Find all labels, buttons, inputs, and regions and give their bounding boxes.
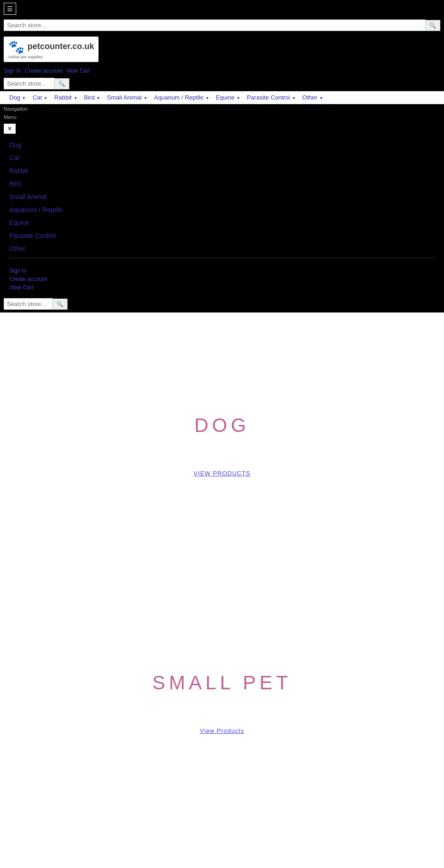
bottom-search-bar: 🔍 [0,295,444,312]
search-input-bottom[interactable] [4,298,53,310]
nav-arrow-other: ▾ [320,95,322,100]
nav-label-parasite: Parasite Control [247,94,290,101]
nav-item-aquarium[interactable]: Aquarium / Reptile ▾ [154,94,209,101]
nav-arrow-small-animal: ▾ [144,95,147,100]
overlay-item-other[interactable]: Other [9,242,435,255]
search-button-desktop[interactable]: 🔍 [55,78,69,89]
logo-icon: 🐾 [8,39,25,55]
overlay-sign-in-link[interactable]: Sign In [9,267,435,275]
spacer-5 [0,827,444,868]
overlay-close-button[interactable]: ✕ [4,124,16,134]
hamburger-button[interactable]: ☰ [4,3,16,15]
nav-item-parasite[interactable]: Parasite Control ▾ [247,94,295,101]
spacer-1 [0,312,444,387]
overlay-view-cart-link[interactable]: View Cart [9,283,435,292]
overlay-item-cat[interactable]: Cat [9,151,435,164]
overlay-create-account-link[interactable]: Create account [9,275,435,283]
overlay-item-dog[interactable]: Dog [9,138,435,151]
nav-label-small-animal: Small Animal [107,94,142,101]
spacer-dog [9,450,435,469]
nav-item-dog[interactable]: Dog ▾ [9,94,25,101]
nav-item-other[interactable]: Other ▾ [302,94,322,101]
overlay-menu-items: Dog Cat Rabbit Bird Small Animal Aquariu… [0,137,444,265]
overlay-item-equine[interactable]: Equine [9,216,435,229]
overlay-item-parasite[interactable]: Parasite Control [9,229,435,242]
overlay-divider [9,258,435,258]
dog-category-title: DOG [9,414,435,437]
nav-arrow-bird: ▾ [97,95,99,100]
nav-bar: Dog ▾ Cat ▾ Rabbit ▾ Bird ▾ Small Animal… [0,91,444,104]
small-pet-category-title: SMALL PET [9,672,435,694]
small-pet-category-section: SMALL PET View Products [0,644,444,753]
logo-box[interactable]: 🐾 petcounter.co.uk online pet supplies [4,37,99,62]
mobile-header: ☰ [0,0,444,18]
overlay-item-rabbit[interactable]: Rabbit [9,164,435,177]
nav-label-bird: Bird [84,94,95,101]
nav-label-equine: Equine [216,94,234,101]
dog-category-section: DOG VIEW PRODUCTS [0,387,444,496]
search-button-bottom[interactable]: 🔍 [53,299,68,310]
small-pet-view-products-link[interactable]: View Products [200,727,244,734]
create-account-link[interactable]: Create account [25,68,62,74]
nav-item-cat[interactable]: Cat ▾ [32,94,47,101]
nav-item-bird[interactable]: Bird ▾ [84,94,100,101]
spacer-4 [0,753,444,827]
header-links: Sign In Create account View Cart [0,66,444,76]
nav-arrow-equine: ▾ [237,95,240,100]
overlay-item-aquarium[interactable]: Aquarium / Reptile [9,203,435,216]
sign-in-link[interactable]: Sign In [4,68,21,74]
search-input-desktop[interactable] [4,78,55,89]
overlay-footer-links: Sign In Create account View Cart [0,265,444,295]
spacer-small-pet [9,708,435,726]
logo-tagline: online pet supplies [8,55,94,59]
search-icon-bottom: 🔍 [56,301,63,307]
search-icon-top: 🔍 [429,22,436,29]
nav-arrow-rabbit: ▾ [74,95,77,100]
nav-item-rabbit[interactable]: Rabbit ▾ [54,94,76,101]
nav-label-aquarium: Aquarium / Reptile [154,94,204,101]
spacer-2 [0,496,444,570]
spacer-3 [0,570,444,644]
nav-item-small-animal[interactable]: Small Animal ▾ [107,94,147,101]
nav-text: Navigation [0,104,444,113]
logo-text: petcounter.co.uk [27,42,94,51]
dog-view-products-link[interactable]: VIEW PRODUCTS [194,470,251,477]
view-cart-link[interactable]: View Cart [66,68,90,74]
nav-item-equine[interactable]: Equine ▾ [216,94,240,101]
overlay-item-small-animal[interactable]: Small Animal [9,190,435,203]
nav-label-other: Other [302,94,318,101]
desktop-search-bar: 🔍 [0,76,444,91]
mobile-overlay: ✕ Dog Cat Rabbit Bird Small Animal Aquar… [0,121,444,312]
overlay-item-bird[interactable]: Bird [9,177,435,190]
nav-arrow-cat: ▾ [44,95,47,100]
search-button-top[interactable]: 🔍 [426,20,440,31]
search-input-top[interactable] [4,19,426,31]
nav-label-dog: Dog [9,94,20,101]
nav-arrow-dog: ▾ [23,95,25,100]
nav-text2: Menu [0,113,444,121]
nav-label-cat: Cat [32,94,42,101]
nav-arrow-aquarium: ▾ [206,95,209,100]
search-icon-desktop: 🔍 [58,81,65,87]
mobile-search-bar-top: 🔍 [0,18,444,33]
nav-label-rabbit: Rabbit [54,94,72,101]
nav-arrow-parasite: ▾ [293,95,295,100]
logo-area: 🐾 petcounter.co.uk online pet supplies [0,33,444,66]
